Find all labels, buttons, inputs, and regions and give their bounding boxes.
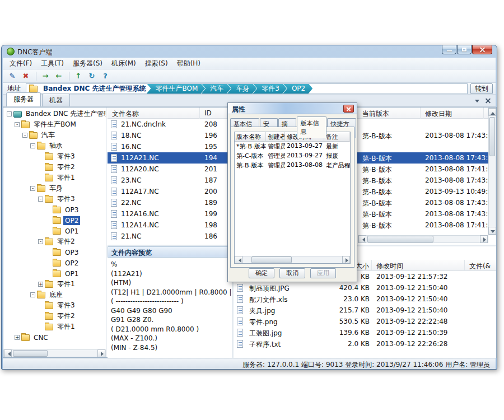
version-row[interactable] <box>358 141 488 152</box>
dialog-horizontal-scrollbar[interactable] <box>234 256 351 264</box>
column-header-remark[interactable]: 备注 <box>324 132 350 142</box>
tree-item[interactable]: OP1 <box>3 268 106 279</box>
dialog-version-row[interactable]: *第-B-版本 管理员 2013-09-27 14: 最新 <box>235 142 350 151</box>
edit-icon[interactable]: ✎ <box>6 71 18 82</box>
go-button[interactable]: 转到 <box>470 83 493 94</box>
scrollbar-thumb[interactable] <box>13 350 48 357</box>
breadcrumb-segment[interactable]: 零件3 <box>253 83 287 94</box>
dialog-version-row[interactable]: 第-B-版本 管理员 2013-08-08 17: 老产品程序 <box>235 161 350 170</box>
send-icon[interactable]: → <box>39 71 52 82</box>
tree-horizontal-scrollbar[interactable] <box>3 349 106 357</box>
menu-item[interactable]: 工具(T) <box>36 58 68 69</box>
version-row[interactable] <box>358 231 488 235</box>
tree-item[interactable]: 零件3 <box>3 300 106 311</box>
version-row[interactable]: 第-B-版本 2013-08-08 17:43:08 <box>358 197 488 208</box>
dialog-close-button[interactable] <box>343 105 354 113</box>
view-tab[interactable]: 服务器 <box>6 92 41 106</box>
tree-expand-toggle[interactable]: - <box>38 197 43 202</box>
tree-expand-toggle[interactable]: - <box>15 122 20 127</box>
dialog-version-row[interactable]: 第-C-版本 管理员 2013-09-27 14: 报废 <box>235 151 350 161</box>
breadcrumb-segment[interactable]: 零件生产BOM <box>146 83 205 94</box>
scroll-down-icon[interactable] <box>488 227 496 235</box>
attachment-row[interactable]: 夹具.jpg 215.7 KB 2013-09-12 21:50:40 <box>234 305 496 316</box>
version-row[interactable]: 第-B-版本 2013-09-13 10:49:25 <box>358 186 488 197</box>
version-row[interactable]: 第-B-版本 2013-08-08 17:43:06 <box>358 152 488 164</box>
scroll-left-icon[interactable] <box>235 256 242 264</box>
tree-item[interactable]: + 零件1 <box>3 279 106 290</box>
scrollbar-thumb[interactable] <box>489 117 495 156</box>
receive-icon[interactable]: ← <box>53 71 65 82</box>
close-button[interactable] <box>472 45 492 54</box>
menu-item[interactable]: 搜索(S) <box>141 58 172 69</box>
tree-item[interactable]: OP3 <box>3 204 106 215</box>
column-header-date[interactable]: 修改日期 <box>421 108 484 119</box>
breadcrumb-segment[interactable]: OP2 <box>283 83 312 94</box>
view-tab[interactable]: 机器 <box>42 94 70 106</box>
version-row[interactable]: 第-B-版本 2013-08-08 17:43:07 <box>358 130 488 141</box>
minimize-button[interactable] <box>442 45 456 54</box>
refresh-icon[interactable]: ↻ <box>86 71 98 82</box>
tree-item[interactable]: - 底座 <box>3 290 106 300</box>
version-row[interactable]: 第-B-版本 2013-08-08 17:41:40 <box>358 164 488 175</box>
version-row[interactable]: 第-B-版本 2013-08-08 17:43:08 <box>358 208 488 220</box>
version-row[interactable]: 第-B-版本 2013-08-08 17:43:09 <box>358 175 488 186</box>
scroll-left-icon[interactable] <box>358 235 366 243</box>
column-header-file[interactable]: 文件(& <box>465 260 496 271</box>
chevron-down-icon[interactable] <box>475 100 479 105</box>
column-header-name[interactable]: 文件名称 <box>108 108 200 119</box>
tree-item[interactable]: - 车身 <box>3 183 106 194</box>
attachment-row[interactable]: 子程序.txt 2.0 KB 2013-09-12 22:26:28 <box>234 338 496 349</box>
tree-item[interactable]: - Bandex DNC 先进生产管理系统 <box>3 109 106 119</box>
ok-button[interactable]: 确定 <box>249 268 274 278</box>
version-row[interactable]: 第-B-版本 2013-08-08 17:41:41 <box>358 220 488 231</box>
tree-item[interactable]: 零件3 <box>3 151 106 162</box>
dialog-tab[interactable]: 版本信息 <box>297 116 327 138</box>
apply-button[interactable]: 应用 <box>310 268 336 278</box>
menu-item[interactable]: 机床(M) <box>107 58 141 69</box>
address-field[interactable]: Bandex DNC 先进生产管理系统 零件生产BOM汽车车身零件3OP2 <box>26 83 468 94</box>
tree-item[interactable]: + CNC <box>3 332 106 343</box>
column-header-creator[interactable]: 创建者 <box>266 132 285 142</box>
version-horizontal-scrollbar[interactable] <box>358 235 488 243</box>
tree-item[interactable]: - 零件2 <box>3 236 106 247</box>
tree-expand-toggle[interactable]: - <box>30 143 35 148</box>
column-header-version[interactable]: 当前版本 <box>358 108 421 119</box>
breadcrumb-segment[interactable]: 车身 <box>227 83 256 94</box>
tab-close-icon[interactable] <box>485 97 491 104</box>
tree-expand-toggle[interactable]: + <box>15 335 20 340</box>
tree-item[interactable]: - 汽车 <box>3 130 106 141</box>
tree-expand-toggle[interactable]: - <box>38 239 43 244</box>
attachment-row[interactable]: 制品顶图.JPG 420.4 KB 2013-09-12 21:50:40 <box>234 282 496 293</box>
tree-item[interactable]: 零件1 <box>3 172 106 183</box>
scroll-right-icon[interactable] <box>97 349 105 357</box>
tree-item[interactable]: 零件2 <box>3 311 106 321</box>
version-vertical-scrollbar[interactable] <box>488 108 496 235</box>
attachment-row[interactable]: 零件.png 530.5 KB 2013-09-12 22:22:48 <box>234 316 496 327</box>
delete-icon[interactable]: ✖ <box>20 71 32 82</box>
tree-expand-toggle[interactable]: - <box>7 111 12 116</box>
breadcrumb-segment[interactable]: 汽车 <box>201 83 231 94</box>
tree-expand-toggle[interactable]: - <box>30 186 35 191</box>
menu-item[interactable]: 服务器(S) <box>68 58 107 69</box>
tree-item[interactable]: OP3 <box>3 247 106 258</box>
tree-expand-toggle[interactable]: - <box>30 292 35 297</box>
scrollbar-thumb[interactable] <box>251 256 292 263</box>
tree-item[interactable]: OP1 <box>3 226 106 236</box>
tree-item[interactable]: 零件2 <box>3 162 106 172</box>
tree-item[interactable]: OP2 <box>3 258 106 268</box>
attachment-row[interactable]: 工装图.jpg 139.6 KB 2013-09-12 21:50:39 <box>234 327 496 338</box>
tree-expand-toggle[interactable]: - <box>22 133 27 138</box>
cancel-button[interactable]: 取消 <box>279 268 305 278</box>
menu-item[interactable]: 文件(F) <box>5 58 36 69</box>
scroll-right-icon[interactable] <box>342 256 350 264</box>
help-icon[interactable]: ? <box>99 71 111 82</box>
tree-item[interactable]: 零件1 <box>3 321 106 332</box>
upload-icon[interactable]: ↑ <box>72 71 85 82</box>
menu-item[interactable]: 帮助(H) <box>172 58 205 69</box>
attachment-row[interactable]: 配刀文件.xls 23.0 KB 2013-09-12 21:50:40 <box>234 293 496 305</box>
tree-item[interactable]: - 轴承 <box>3 141 106 151</box>
scrollbar-thumb[interactable] <box>367 236 433 242</box>
column-header-time[interactable]: 修改时间 <box>372 260 465 271</box>
scroll-right-icon[interactable] <box>480 235 488 243</box>
tree-item[interactable]: - 零件3 <box>3 194 106 204</box>
